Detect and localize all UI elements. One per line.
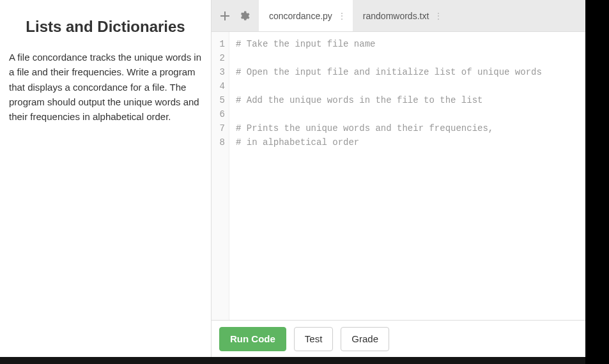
run-code-button[interactable]: Run Code — [219, 327, 286, 351]
tab-label: randomwords.txt — [363, 11, 429, 21]
code-line[interactable] — [236, 107, 579, 121]
tab-menu-icon[interactable]: ⋮ — [434, 11, 443, 20]
tabs-list: concordance.py ⋮ randomwords.txt ⋮ — [259, 0, 449, 31]
code-line[interactable]: # Add the unique words in the file to th… — [236, 93, 579, 107]
line-number: 4 — [212, 79, 225, 93]
line-number: 5 — [212, 93, 225, 107]
line-number: 3 — [212, 65, 225, 79]
code-line[interactable]: # Prints the unique words and their freq… — [236, 121, 579, 135]
test-button[interactable]: Test — [294, 327, 334, 351]
line-number-gutter: 12345678 — [212, 32, 229, 320]
code-content[interactable]: # Take the input file name # Open the in… — [229, 32, 585, 320]
tab-menu-icon[interactable]: ⋮ — [337, 11, 346, 20]
code-line[interactable]: # Open the input file and initialize lis… — [236, 65, 579, 79]
add-tab-button[interactable] — [215, 6, 235, 26]
line-number: 2 — [212, 51, 225, 65]
line-number: 6 — [212, 107, 225, 121]
tab-label: concordance.py — [269, 11, 332, 21]
grade-button[interactable]: Grade — [341, 327, 389, 351]
instructions-body: A file concordance tracks the unique wor… — [9, 50, 202, 124]
code-editor[interactable]: 12345678 # Take the input file name # Op… — [212, 32, 585, 320]
line-number: 7 — [212, 121, 225, 135]
plus-icon — [220, 11, 230, 21]
right-border-strip — [585, 0, 609, 364]
code-line[interactable] — [236, 51, 579, 65]
line-number: 1 — [212, 37, 225, 51]
code-line[interactable]: # in alphabetical order — [236, 135, 579, 149]
tabs-bar: concordance.py ⋮ randomwords.txt ⋮ — [212, 0, 585, 32]
gear-icon — [238, 10, 250, 22]
code-line[interactable]: # Take the input file name — [236, 37, 579, 51]
tab-randomwords[interactable]: randomwords.txt ⋮ — [353, 0, 449, 31]
action-bar: Run Code Test Grade — [212, 320, 585, 357]
bottom-border-strip — [0, 357, 585, 364]
code-line[interactable] — [236, 79, 579, 93]
settings-button[interactable] — [235, 6, 254, 26]
instructions-title: Lists and Dictionaries — [9, 18, 202, 36]
editor-panel: concordance.py ⋮ randomwords.txt ⋮ 12345… — [211, 0, 585, 357]
instructions-panel: Lists and Dictionaries A file concordanc… — [0, 0, 211, 357]
tab-concordance[interactable]: concordance.py ⋮ — [259, 0, 353, 31]
line-number: 8 — [212, 135, 225, 149]
app-root: Lists and Dictionaries A file concordanc… — [0, 0, 585, 357]
